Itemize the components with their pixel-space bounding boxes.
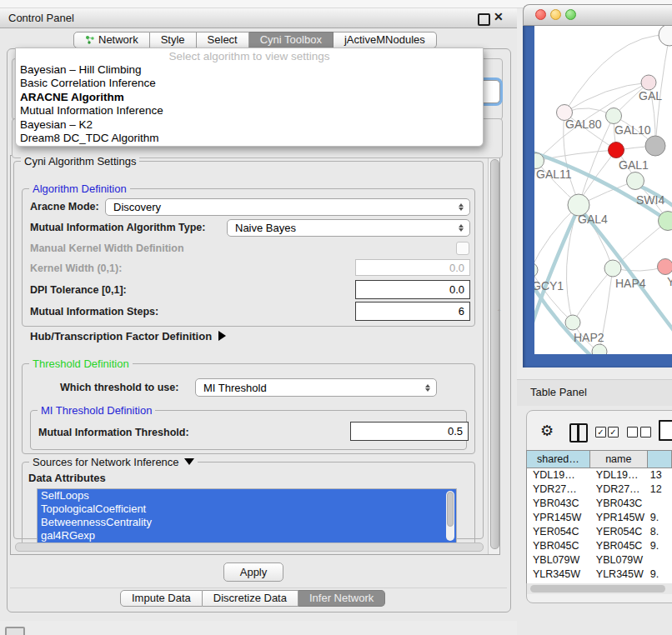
algorithm-option[interactable]: Bayesian – Hill Climbing (16, 63, 483, 77)
column-header-cut[interactable] (648, 451, 672, 468)
algorithm-option-selected[interactable]: ARACNE Algorithm (16, 91, 483, 104)
table-row[interactable]: YDL19…YDL19…13 (527, 468, 672, 482)
mi-steps-field[interactable]: 6 (355, 302, 470, 321)
control-panel-titlebar (0, 8, 517, 28)
which-threshold-label: Which threshold to use: (60, 382, 178, 393)
kernel-width-field[interactable]: 0.0 (355, 259, 470, 276)
algorithm-option[interactable]: Basic Correlation Inference (16, 77, 483, 90)
combo-arrows-icon (454, 203, 469, 211)
dpi-tolerance-field[interactable]: 0.0 (355, 280, 470, 299)
float-panel-icon[interactable] (478, 13, 490, 26)
node-label: GAL80 (565, 118, 602, 131)
node-label: GAL1 (619, 158, 649, 172)
scrollbar-thumb[interactable] (530, 585, 665, 592)
select-all-checkbox-icon[interactable]: ✓ (608, 427, 619, 438)
window-zoom-button[interactable] (565, 9, 576, 20)
application-window: Control Panel ✕ Network Style Select Cyn… (0, 0, 672, 635)
mi-algorithm-type-label: Mutual Information Algorithm Type: (30, 222, 205, 233)
close-icon[interactable]: ✕ (494, 10, 504, 23)
collapse-sources-icon[interactable] (184, 458, 194, 465)
tab-style[interactable]: Style (150, 32, 197, 48)
node-labels: GAL GAL80 GAL10 GAL1 GAL11 SWI4 GAL4 GCY… (534, 89, 672, 344)
attribute-item-selected[interactable]: BetweennessCentrality (38, 516, 456, 529)
dropdown-placeholder: Select algorithm to view settings (16, 49, 483, 63)
node-hap2[interactable] (565, 315, 580, 330)
group-title: Threshold Definition (29, 358, 133, 370)
manual-kernel-width-label: Manual Kernel Width Definition (30, 242, 184, 254)
algorithm-dropdown-popup: Select algorithm to view settings Bayesi… (15, 48, 484, 147)
tab-discretize-data[interactable]: Discretize Data (203, 590, 298, 607)
group-title: Sources for Network Inference (29, 456, 198, 468)
expand-hub-icon[interactable] (218, 331, 226, 341)
algorithm-option[interactable]: Dream8 DC_TDC Algorithm (16, 132, 483, 145)
table-header-row: shared… name (527, 450, 672, 468)
tab-cyni-toolbox[interactable]: Cyni Toolbox (249, 32, 333, 48)
node-bottom[interactable] (592, 344, 607, 354)
node-salmon[interactable] (658, 259, 672, 275)
vertical-scrollbar[interactable] (488, 156, 499, 554)
column-header-name[interactable]: name (590, 451, 648, 468)
window-minimize-button[interactable] (550, 9, 561, 20)
network-canvas[interactable]: GAL GAL80 GAL10 GAL1 GAL11 SWI4 GAL4 GCY… (534, 26, 672, 354)
node-gray[interactable] (645, 136, 665, 156)
mi-algorithm-type-combobox[interactable]: Naive Bayes (227, 219, 470, 237)
tab-network[interactable]: Network (73, 32, 150, 48)
attribute-item-selected[interactable]: gal4RGexp (38, 529, 456, 542)
table-row[interactable]: YDR27…YDR27…12 (527, 482, 672, 497)
columns-icon[interactable] (569, 423, 588, 442)
node[interactable] (659, 26, 672, 46)
table-row[interactable]: YBR043CYBR043C (527, 497, 672, 511)
table-row[interactable]: YBL079WYBL079W (527, 553, 672, 568)
dpi-tolerance-label: DPI Tolerance [0,1]: (30, 284, 127, 296)
attribute-item-selected[interactable]: TopologicalCoefficient (38, 502, 456, 516)
export-table-icon[interactable] (659, 420, 672, 441)
select-all-checkbox-icon[interactable]: ✓ (595, 427, 606, 438)
group-title: MI Threshold Definition (38, 404, 155, 417)
deselect-all-checkbox-icon[interactable] (640, 427, 651, 438)
table-row[interactable]: YER054CYER054C8. (527, 525, 672, 539)
scrollbar-thumb[interactable] (447, 492, 454, 527)
node-gal1[interactable] (609, 142, 624, 158)
list-scrollbar[interactable] (446, 491, 454, 541)
attribute-item-selected[interactable]: SelfLoops (38, 489, 456, 502)
kernel-width-label: Kernel Width (0,1): (30, 262, 122, 274)
window-close-button[interactable] (535, 9, 546, 20)
node-hap4[interactable] (604, 260, 621, 277)
tab-jactivemnodules[interactable]: jActiveMNodules (333, 32, 437, 48)
algorithm-option[interactable]: Bayesian – K2 (16, 118, 483, 132)
node-gal-top[interactable] (641, 75, 656, 90)
network-graph: GAL GAL80 GAL10 GAL1 GAL11 SWI4 GAL4 GCY… (534, 26, 672, 354)
algorithm-option[interactable]: Mutual Information Inference (16, 104, 483, 118)
table-row[interactable]: YPR145WYPR145W9. (527, 511, 672, 525)
node-gcy1[interactable] (534, 262, 538, 278)
table-row[interactable]: YLR345WYLR345W9. (527, 568, 672, 582)
horizontal-scrollbar-thumb[interactable] (15, 542, 484, 552)
tab-impute-data[interactable]: Impute Data (120, 590, 203, 607)
dock-panel-icon[interactable] (5, 627, 25, 635)
table-row[interactable]: YBR045CYBR045C9. (527, 539, 672, 553)
mi-steps-label: Mutual Information Steps: (30, 306, 158, 318)
data-attributes-list[interactable]: SelfLoops TopologicalCoefficient Between… (37, 488, 457, 543)
group-title: Cyni Algorithm Settings (21, 155, 139, 168)
data-attributes-label: Data Attributes (28, 472, 106, 484)
node-swi4[interactable] (627, 172, 644, 190)
splitter-handle-icon[interactable]: ˆ (498, 309, 500, 318)
tab-infer-network[interactable]: Infer Network (298, 590, 385, 607)
mi-threshold-field[interactable]: 0.5 (350, 422, 469, 441)
node-gal10[interactable] (606, 108, 622, 124)
hub-definition-expander[interactable]: Hub/Transcription Factor Definition (30, 330, 226, 342)
gear-icon[interactable]: ⚙ (540, 422, 554, 440)
node-label: GAL4 (578, 212, 608, 226)
column-header-shared-name[interactable]: shared… (527, 451, 590, 468)
manual-kernel-width-checkbox[interactable] (456, 242, 469, 255)
deselect-all-checkbox-icon[interactable] (627, 427, 638, 438)
aracne-mode-combobox[interactable]: Discovery (105, 198, 470, 216)
table-horizontal-scrollbar[interactable] (527, 583, 672, 594)
mi-threshold-label: Mutual Information Threshold: (38, 427, 189, 438)
scrollbar-thumb[interactable] (490, 159, 499, 549)
which-threshold-combobox[interactable]: MI Threshold (195, 378, 437, 397)
node-label: HAP2 (574, 331, 604, 344)
apply-button[interactable]: Apply (223, 562, 283, 582)
divider (10, 588, 507, 588)
tab-select[interactable]: Select (197, 32, 249, 48)
